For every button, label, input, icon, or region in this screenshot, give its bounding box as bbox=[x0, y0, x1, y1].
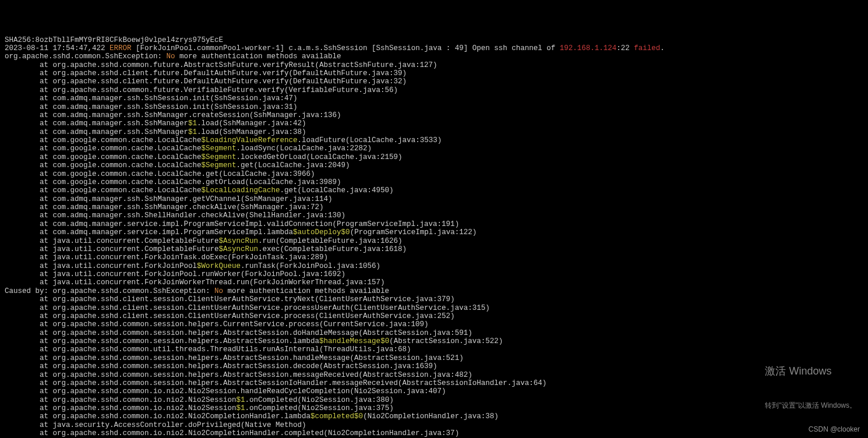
log-segment: $WorkQueue bbox=[197, 262, 241, 270]
log-line: at org.apache.sshd.common.io.nio2.Nio2Co… bbox=[5, 412, 863, 421]
log-segment: more authentication methods available bbox=[175, 52, 341, 61]
log-segment: $AsyncRun bbox=[219, 237, 259, 245]
log-line: at com.admq.manager.ssh.SshManager.getVC… bbox=[5, 195, 863, 203]
terminal-output[interactable]: SHA256:8ozbTbllFmMY9rRI8CFkBoewj0vlpel4z… bbox=[0, 34, 868, 439]
log-segment: at java.util.concurrent.CompletableFutur… bbox=[5, 245, 219, 253]
log-segment: failed bbox=[634, 44, 660, 52]
log-segment: at org.apache.sshd.common.session.helper… bbox=[5, 337, 319, 345]
log-segment: $completed bbox=[310, 412, 354, 421]
log-segment: .get(LocalCache.java:2049) bbox=[237, 161, 350, 169]
log-segment: at com.admq.manager.ssh.SshManager bbox=[5, 128, 188, 136]
log-segment: No bbox=[167, 52, 175, 61]
log-line: at org.apache.sshd.common.io.nio2.Nio2Co… bbox=[5, 429, 863, 437]
log-segment: $LoadingValueReference bbox=[202, 136, 298, 144]
log-segment: at com.admq.manager.ssh.SshManager.getVC… bbox=[5, 195, 333, 203]
log-segment: .onCompleted(Nio2Session.java:380) bbox=[245, 396, 394, 404]
log-line: at com.admq.manager.ssh.SshSession.init(… bbox=[5, 103, 863, 111]
log-segment: at org.apache.sshd.common.session.helper… bbox=[5, 379, 546, 387]
log-segment: at org.apache.sshd.common.io.nio2.Nio2Se… bbox=[5, 396, 237, 404]
watermark-subtitle: 转到"设置"以激活 Windows。 bbox=[765, 402, 856, 410]
log-segment: org.apache.sshd.common.SshException: bbox=[5, 52, 167, 61]
log-segment: .loadFuture(LocalCache.java:3533) bbox=[298, 136, 442, 144]
log-segment: 192.168.1.124 bbox=[560, 44, 617, 52]
log-line: at java.util.concurrent.ForkJoinPool.run… bbox=[5, 270, 863, 278]
log-segment: :22 bbox=[616, 44, 634, 52]
log-segment: at org.apache.sshd.client.session.Client… bbox=[5, 312, 455, 320]
watermark-title: 激活 Windows bbox=[765, 365, 856, 377]
log-segment: at org.apache.sshd.common.session.helper… bbox=[5, 371, 472, 379]
log-line: at org.apache.sshd.common.io.nio2.Nio2Se… bbox=[5, 396, 863, 404]
log-segment: at org.apache.sshd.common.future.Abstrac… bbox=[5, 61, 437, 69]
log-segment: Caused by: org.apache.sshd.common.SshExc… bbox=[5, 287, 214, 295]
log-line: at java.util.concurrent.ForkJoinTask.doE… bbox=[5, 253, 863, 262]
log-segment: at java.util.concurrent.ForkJoinTask.doE… bbox=[5, 253, 328, 262]
log-segment: .load(SshManager.java:38) bbox=[197, 128, 306, 136]
log-segment: No bbox=[214, 287, 223, 295]
log-segment: .loadSync(LocalCache.java:2282) bbox=[237, 144, 372, 153]
log-segment: at org.apache.sshd.client.future.Default… bbox=[5, 77, 407, 86]
log-segment: at com.admq.manager.ssh.SshManager.check… bbox=[5, 203, 324, 211]
log-line: at com.admq.manager.ssh.SshManager$1.loa… bbox=[5, 128, 863, 136]
log-segment: .runTask(ForkJoinPool.java:1056) bbox=[241, 262, 380, 270]
log-segment: at com.admq.manager.ssh.SshManager.creat… bbox=[5, 111, 341, 119]
log-segment: $1 bbox=[237, 404, 245, 412]
log-segment: at com.admq.manager.service.impl.Program… bbox=[5, 220, 459, 228]
log-line: at java.util.concurrent.CompletableFutur… bbox=[5, 245, 863, 253]
log-line: at com.admq.manager.ssh.SshManager$1.loa… bbox=[5, 119, 863, 128]
log-segment: $handleMessage bbox=[319, 337, 380, 345]
log-segment: at org.apache.sshd.common.io.nio2.Nio2Se… bbox=[5, 387, 446, 395]
log-line: at org.apache.sshd.common.io.nio2.Nio2Se… bbox=[5, 404, 863, 412]
log-segment: at java.util.concurrent.CompletableFutur… bbox=[5, 237, 219, 245]
log-segment: $0 bbox=[354, 412, 363, 421]
log-line: Caused by: org.apache.sshd.common.SshExc… bbox=[5, 287, 863, 295]
log-line: SHA256:8ozbTbllFmMY9rRI8CFkBoewj0vlpel4z… bbox=[5, 36, 863, 44]
log-line: at com.google.common.cache.LocalCache$Lo… bbox=[5, 136, 863, 144]
log-line: at java.util.concurrent.ForkJoinPool$Wor… bbox=[5, 262, 863, 270]
log-segment: at com.admq.manager.ssh.ShellHandler.che… bbox=[5, 211, 345, 220]
log-segment: at com.google.common.cache.LocalCache.ge… bbox=[5, 178, 341, 186]
log-segment: ERROR bbox=[110, 44, 132, 52]
log-segment: $1 bbox=[188, 128, 197, 136]
log-segment: $1 bbox=[188, 119, 197, 128]
log-segment: at org.apache.sshd.common.session.helper… bbox=[5, 329, 472, 337]
log-segment: .run(CompletableFuture.java:1626) bbox=[258, 237, 403, 245]
log-line: at org.apache.sshd.common.session.helper… bbox=[5, 362, 863, 370]
log-segment: at org.apache.sshd.common.future.Verifia… bbox=[5, 86, 398, 94]
log-segment: at com.admq.manager.ssh.SshSession.init(… bbox=[5, 103, 298, 111]
log-segment: at org.apache.sshd.common.io.nio2.Nio2Co… bbox=[5, 412, 310, 421]
log-line: at org.apache.sshd.common.session.helper… bbox=[5, 320, 863, 328]
log-segment: at org.apache.sshd.common.util.threads.T… bbox=[5, 345, 411, 354]
log-segment: (AbstractSession.java:522) bbox=[389, 337, 503, 345]
log-line: at com.google.common.cache.LocalCache$Se… bbox=[5, 144, 863, 153]
log-line: at com.admq.manager.ssh.ShellHandler.che… bbox=[5, 211, 863, 220]
log-line: at org.apache.sshd.client.session.Client… bbox=[5, 295, 863, 303]
log-line: at org.apache.sshd.client.future.Default… bbox=[5, 77, 863, 86]
log-segment: $AsyncRun bbox=[219, 245, 259, 253]
log-segment: (Nio2CompletionHandler.java:38) bbox=[363, 412, 499, 421]
log-segment: $Segment bbox=[202, 161, 237, 169]
log-segment: at java.util.concurrent.ForkJoinPool.run… bbox=[5, 270, 345, 278]
log-segment: .get(LocalCache.java:4950) bbox=[280, 186, 394, 195]
log-segment: $1 bbox=[237, 396, 245, 404]
log-segment: at com.admq.manager.service.impl.Program… bbox=[5, 228, 293, 236]
log-line: at com.google.common.cache.LocalCache$Lo… bbox=[5, 186, 863, 195]
log-line: at org.apache.sshd.common.session.helper… bbox=[5, 371, 863, 379]
log-line: at com.google.common.cache.LocalCache.ge… bbox=[5, 170, 863, 178]
log-line: at org.apache.sshd.common.session.helper… bbox=[5, 354, 863, 362]
log-segment: .onCompleted(Nio2Session.java:375) bbox=[245, 404, 394, 412]
log-segment: . bbox=[660, 44, 665, 52]
log-segment: 2023-08-11 17:54:47,422 bbox=[5, 44, 110, 52]
log-line: at org.apache.sshd.client.session.Client… bbox=[5, 304, 863, 312]
log-segment: at org.apache.sshd.client.session.Client… bbox=[5, 295, 455, 303]
log-segment: at com.google.common.cache.LocalCache bbox=[5, 136, 202, 144]
log-segment: $Segment bbox=[202, 153, 237, 161]
log-segment: (ProgramServiceImpl.java:122) bbox=[350, 228, 477, 236]
log-line: at com.google.common.cache.LocalCache.ge… bbox=[5, 178, 863, 186]
log-segment: at org.apache.sshd.client.future.Default… bbox=[5, 69, 407, 77]
log-segment: at org.apache.sshd.common.io.nio2.Nio2Se… bbox=[5, 404, 237, 412]
log-line: at com.google.common.cache.LocalCache$Se… bbox=[5, 153, 863, 161]
log-segment: at org.apache.sshd.common.session.helper… bbox=[5, 362, 437, 370]
log-segment: $0 bbox=[341, 228, 350, 236]
log-line: at org.apache.sshd.client.session.Client… bbox=[5, 312, 863, 320]
log-segment: at org.apache.sshd.common.session.helper… bbox=[5, 354, 464, 362]
